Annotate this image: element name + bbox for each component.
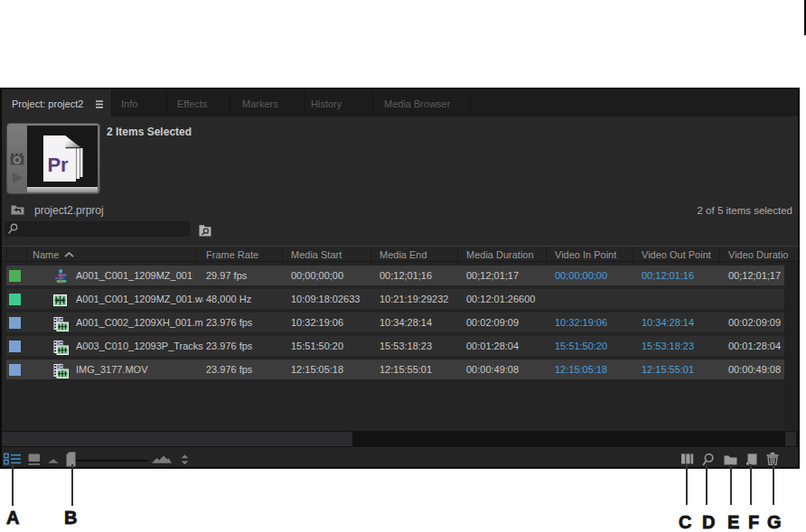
svg-text:Pr: Pr [47,154,69,176]
